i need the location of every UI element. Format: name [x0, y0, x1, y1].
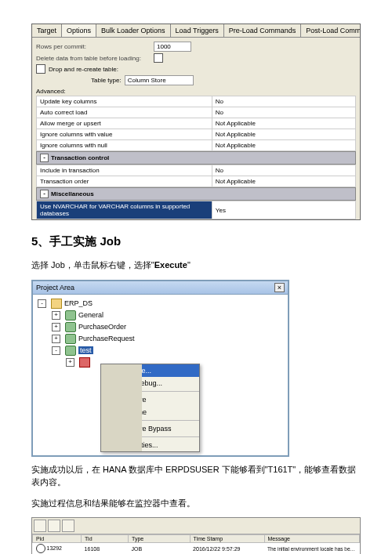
log-row[interactable]: 1329216108JOB2016/12/22 9:57:29The initi…: [33, 543, 360, 555]
folder-icon: [51, 299, 62, 309]
advanced-label: Advanced:: [36, 88, 356, 95]
expand-icon-6[interactable]: +: [66, 358, 74, 367]
expand-icon[interactable]: -: [40, 154, 49, 162]
adv-k-4: Ignore columns with null: [37, 140, 212, 151]
misc-v[interactable]: Yes: [212, 201, 355, 219]
trans-k-1: Transaction order: [37, 176, 212, 187]
tree-root[interactable]: ERP_DS: [64, 299, 93, 307]
context-menu: Execute... Start debug... Remove Rename …: [100, 364, 200, 452]
log-h-ts[interactable]: Time Stamp: [190, 535, 264, 543]
table-type-label: Table type:: [91, 77, 122, 84]
job-icon: [65, 334, 76, 344]
toolbar-button[interactable]: [34, 520, 46, 532]
table-type-select[interactable]: Column Store: [125, 75, 194, 85]
adv-v-1[interactable]: No: [212, 107, 355, 118]
expand-icon-4[interactable]: +: [52, 323, 60, 331]
log-h-msg[interactable]: Message: [264, 535, 359, 543]
drop-recreate-label: Drop and re-create table:: [49, 66, 118, 73]
tab-strip: Target Options Bulk Loader Options Load …: [32, 24, 360, 38]
collapse-icon[interactable]: -: [38, 299, 46, 308]
section-trans: Transaction control: [51, 154, 109, 161]
adv-v-3[interactable]: Not Applicable: [212, 129, 355, 140]
advanced-grid: Update key columnsNo Auto correct loadNo…: [36, 96, 356, 151]
log-h-pid[interactable]: Pid: [33, 535, 82, 543]
trans-k-0: Include in transaction: [37, 165, 212, 176]
section-5-heading: 5、手工实施 Job: [31, 234, 361, 249]
dataflow-icon: [79, 357, 90, 368]
tab-load-triggers[interactable]: Load Triggers: [171, 24, 224, 37]
para-1: 选择 Job，单击鼠标右键，选择"Execute": [31, 259, 361, 272]
options-panel: Target Options Bulk Loader Options Load …: [31, 24, 361, 220]
tree-item-general[interactable]: General: [78, 311, 103, 319]
job-icon: [65, 346, 76, 356]
tab-postload[interactable]: Post-Load Commands: [301, 24, 361, 37]
tab-options[interactable]: Options: [62, 24, 96, 37]
tree-item-po[interactable]: PurchaseOrder: [78, 323, 126, 331]
log-grid: Pid Tid Type Time Stamp Message 13292161…: [32, 534, 360, 554]
para-2: 实施成功以后，在 HANA 数据库中 ERPDSUSER 下能够看到"T161T…: [31, 463, 361, 489]
rows-per-commit-label: Rows per commit:: [36, 43, 154, 50]
tab-bulk-loader[interactable]: Bulk Loader Options: [96, 24, 171, 37]
project-tree: -ERP_DS +General +PurchaseOrder +Purchas…: [33, 295, 288, 455]
adv-k-2: Allow merge or upsert: [37, 118, 212, 129]
collapse-icon-2[interactable]: -: [52, 346, 60, 355]
expand-icon-2[interactable]: -: [40, 190, 49, 198]
tab-preload[interactable]: Pre-Load Commands: [224, 24, 302, 37]
trans-grid: Include in transactionNo Transaction ord…: [36, 165, 356, 187]
adv-v-2[interactable]: Not Applicable: [212, 118, 355, 129]
misc-grid: Use NVARCHAR for VARCHAR columns in supp…: [36, 201, 356, 219]
log-toolbar: [32, 518, 360, 534]
close-icon[interactable]: ×: [274, 283, 285, 292]
toolbar-button[interactable]: [62, 520, 74, 532]
adv-k-1: Auto correct load: [37, 107, 212, 118]
tree-item-selected[interactable]: test: [78, 346, 93, 354]
misc-k: Use NVARCHAR for VARCHAR columns in supp…: [37, 201, 212, 219]
log-monitor: Pid Tid Type Time Stamp Message 13292161…: [31, 517, 361, 554]
adv-v-4[interactable]: Not Applicable: [212, 140, 355, 151]
adv-k-0: Update key columns: [37, 96, 212, 107]
toolbar-button[interactable]: [48, 520, 60, 532]
adv-k-3: Ignore columns with value: [37, 129, 212, 140]
expand-icon-5[interactable]: +: [52, 335, 60, 343]
section-misc: Miscellaneous: [51, 190, 94, 197]
drop-recreate-checkbox[interactable]: [36, 64, 45, 74]
trans-v-0[interactable]: No: [212, 165, 355, 176]
del-before-load-label: Delete data from table before loading:: [36, 55, 154, 62]
status-icon: [36, 544, 45, 553]
job-icon: [65, 322, 76, 332]
rows-per-commit-input[interactable]: 1000: [154, 42, 191, 52]
tab-target[interactable]: Target: [32, 24, 62, 37]
log-h-type[interactable]: Type: [129, 535, 191, 543]
trans-v-1[interactable]: Not Applicable: [212, 176, 355, 187]
adv-v-0[interactable]: No: [212, 96, 355, 107]
project-area-window: Project Area × -ERP_DS +General +Purchas…: [31, 280, 289, 457]
log-h-tid[interactable]: Tid: [82, 535, 129, 543]
project-area-title: Project Area: [36, 284, 74, 291]
expand-icon-3[interactable]: +: [52, 311, 60, 320]
para-3: 实施过程信息和结果能够在监控器中查看。: [31, 497, 361, 510]
del-before-load-checkbox[interactable]: [154, 53, 163, 63]
job-icon: [65, 310, 76, 320]
tree-item-pr[interactable]: PurchaseRequest: [78, 335, 135, 342]
